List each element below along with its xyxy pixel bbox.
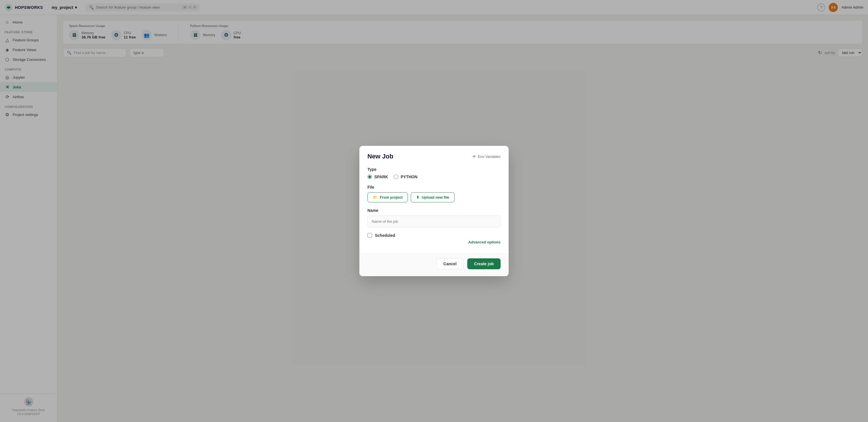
new-job-dialog: New Job 👁 Env Variables Type SPARK PYTHO…	[360, 146, 508, 276]
python-radio-label: PYTHON	[401, 175, 417, 179]
file-buttons: 📁 From project ⬆ Upload new file	[367, 192, 501, 202]
dialog-body: Type SPARK PYTHON File 📁	[360, 165, 508, 253]
python-radio-item[interactable]: PYTHON	[394, 175, 417, 179]
dialog-footer: Cancel Create job	[360, 253, 508, 276]
advanced-options-link[interactable]: Advanced options	[367, 238, 501, 247]
dialog-header: New Job 👁 Env Variables	[360, 146, 508, 165]
spark-radio[interactable]	[367, 175, 372, 179]
name-label: Name	[367, 208, 501, 213]
name-section: Name	[367, 208, 501, 228]
eye-icon: 👁	[472, 154, 476, 159]
type-label: Type	[367, 167, 501, 172]
file-section: File 📁 From project ⬆ Upload new file	[367, 185, 501, 202]
create-job-button[interactable]: Create job	[467, 259, 501, 269]
scheduled-row: Scheduled	[367, 233, 501, 238]
job-name-input[interactable]	[367, 216, 501, 228]
from-project-button[interactable]: 📁 From project	[367, 192, 408, 202]
type-radio-group: SPARK PYTHON	[367, 175, 501, 179]
cancel-button[interactable]: Cancel	[436, 259, 464, 269]
python-radio[interactable]	[394, 175, 398, 179]
upload-file-button[interactable]: ⬆ Upload new file	[411, 192, 454, 202]
env-vars-button[interactable]: 👁 Env Variables	[472, 154, 501, 159]
spark-radio-label: SPARK	[374, 175, 388, 179]
scheduled-label: Scheduled	[375, 233, 395, 238]
upload-icon: ⬆	[416, 195, 420, 200]
spark-radio-item[interactable]: SPARK	[367, 175, 388, 179]
folder-icon: 📁	[373, 195, 377, 200]
modal-overlay[interactable]: New Job 👁 Env Variables Type SPARK PYTHO…	[0, 0, 868, 422]
type-section: Type SPARK PYTHON	[367, 167, 501, 179]
dialog-title: New Job	[367, 153, 393, 160]
upload-label: Upload new file	[422, 195, 449, 200]
file-label: File	[367, 185, 501, 189]
env-vars-label: Env Variables	[478, 154, 501, 159]
scheduled-checkbox[interactable]	[367, 233, 372, 238]
from-project-label: From project	[380, 195, 402, 200]
